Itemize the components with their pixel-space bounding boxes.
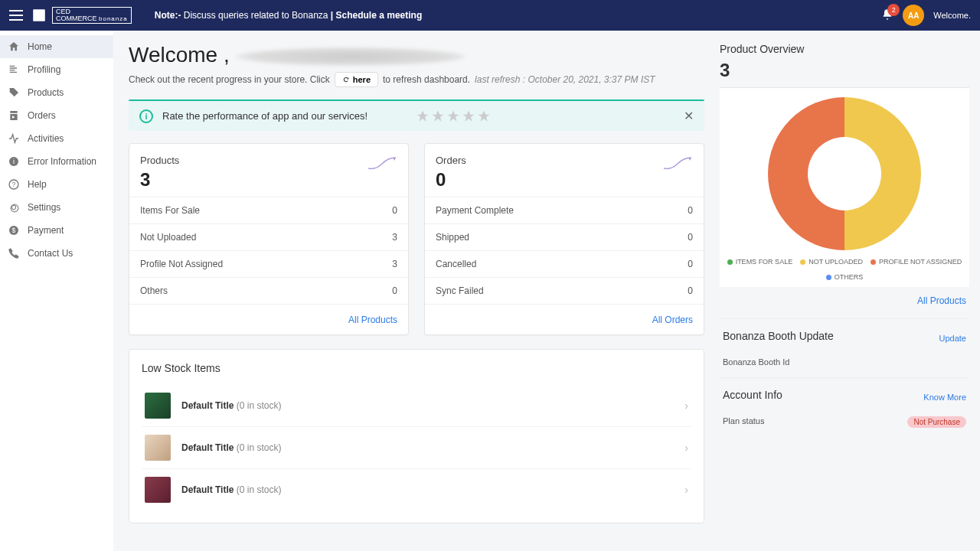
star-icon[interactable] [431, 109, 445, 123]
rating-stars[interactable] [416, 109, 491, 123]
product-thumb [145, 393, 171, 419]
chevron-right-icon: › [684, 442, 688, 454]
sparkline-icon [367, 155, 397, 171]
list-item[interactable]: Default Title (0 in stock)› [142, 385, 691, 427]
sidebar-item-contact[interactable]: Contact Us [0, 242, 113, 265]
sidebar-item-error[interactable]: iError Information [0, 150, 113, 173]
sidebar-item-products[interactable]: Products [0, 81, 113, 104]
close-icon[interactable]: ✕ [684, 109, 694, 123]
status-badge: Not Purchase [907, 416, 966, 428]
tag-icon [8, 86, 20, 99]
phone-icon [8, 247, 20, 259]
svg-text:i: i [13, 158, 15, 165]
dollar-icon: $ [8, 224, 20, 236]
page-title: Welcome , [129, 43, 704, 67]
info-icon: i [8, 155, 20, 168]
stat-row: Profile Not Assigned3 [129, 250, 408, 277]
plan-status-row: Plan statusNot Purchase [723, 413, 966, 431]
overview-count: 3 [720, 60, 969, 81]
notification-badge: 2 [887, 4, 900, 16]
know-more-link[interactable]: Know More [923, 393, 966, 402]
booth-id-row: Bonanza Booth Id [723, 354, 966, 370]
booth-section: Bonanza Booth UpdateUpdate Bonanza Booth… [720, 318, 969, 377]
stat-row: Payment Complete0 [425, 197, 704, 223]
sidebar-item-orders[interactable]: Orders [0, 104, 113, 127]
refresh-icon [342, 76, 350, 83]
home-icon [8, 41, 20, 53]
sidebar-item-settings[interactable]: Settings [0, 196, 113, 219]
stat-row: Shipped0 [425, 223, 704, 250]
donut-chart [768, 97, 921, 250]
logo-diamond-icon [27, 3, 51, 27]
all-orders-link[interactable]: All Orders [652, 315, 693, 325]
orders-icon [8, 109, 20, 122]
sidebar-item-home[interactable]: Home [0, 35, 113, 58]
products-title: Products [140, 155, 179, 166]
low-stock-card: Low Stock Items Default Title (0 in stoc… [129, 349, 704, 523]
help-icon: ? [8, 178, 20, 191]
stat-row: Not Uploaded3 [129, 223, 408, 250]
info-circle-icon: i [139, 109, 153, 123]
products-card: Products3 Items For Sale0 Not Uploaded3 … [129, 143, 409, 335]
star-icon[interactable] [446, 109, 460, 123]
refresh-here-button[interactable]: here [335, 72, 378, 87]
list-item[interactable]: Default Title (0 in stock)› [142, 469, 691, 510]
sidebar: Home Profiling Products Orders Activitie… [0, 31, 113, 551]
sidebar-item-payment[interactable]: $Payment [0, 219, 113, 242]
overview-title: Product Overview [720, 43, 969, 55]
account-title: Account Info [723, 389, 782, 401]
overview-chart: ITEMS FOR SALE NOT UPLOADED PROFILE NOT … [720, 87, 969, 287]
last-refresh: last refresh : October 20, 2021, 3:37 PM… [475, 74, 655, 85]
page-subtitle: Check out the recent progress in your st… [129, 72, 704, 87]
orders-card: Orders0 Payment Complete0 Shipped0 Cance… [424, 143, 704, 335]
user-welcome: Welcome. [933, 11, 971, 20]
avatar[interactable]: AA [903, 5, 924, 26]
logo[interactable]: CED COMMERCE bonanza [31, 7, 132, 24]
stat-row: Sync Failed0 [425, 277, 704, 304]
rate-banner: i Rate the performance of app and our se… [129, 99, 704, 131]
booth-update-link[interactable]: Update [939, 334, 966, 343]
sidebar-item-help[interactable]: ?Help [0, 173, 113, 196]
svg-text:?: ? [12, 181, 16, 188]
sidebar-item-profiling[interactable]: Profiling [0, 58, 113, 81]
sidebar-item-activities[interactable]: Activities [0, 127, 113, 150]
logo-text: CED COMMERCE bonanza [52, 7, 132, 24]
product-thumb [145, 477, 171, 503]
chevron-right-icon: › [684, 399, 688, 412]
activity-icon [8, 132, 20, 145]
gear-icon [8, 201, 20, 214]
account-section: Account InfoKnow More Plan statusNot Pur… [720, 377, 969, 439]
booth-title: Bonanza Booth Update [723, 330, 834, 342]
sparkline-icon [662, 155, 693, 171]
notification-bell[interactable]: 2 [881, 8, 893, 23]
stat-row: Cancelled0 [425, 250, 704, 277]
all-products-link[interactable]: All Products [348, 315, 397, 325]
star-icon[interactable] [462, 109, 475, 123]
product-thumb [145, 435, 171, 461]
schedule-meeting-link[interactable]: | Schedule a meeting [331, 10, 422, 21]
top-bar: CED COMMERCE bonanza Note:- Discuss quer… [0, 0, 980, 31]
header-note: Note:- Discuss queries related to Bonanz… [155, 10, 882, 21]
rate-text: Rate the performance of app and our serv… [162, 110, 368, 122]
orders-count: 0 [436, 169, 466, 191]
stat-row: Items For Sale0 [129, 197, 408, 223]
redacted-name [236, 47, 466, 66]
menu-icon[interactable] [9, 10, 23, 21]
orders-title: Orders [436, 155, 466, 166]
svg-text:$: $ [12, 227, 16, 234]
list-item[interactable]: Default Title (0 in stock)› [142, 427, 691, 469]
star-icon[interactable] [477, 109, 491, 123]
overview-all-products-link[interactable]: All Products [917, 295, 966, 306]
star-icon[interactable] [416, 109, 430, 123]
stat-row: Others0 [129, 277, 408, 304]
profiling-icon [8, 64, 20, 76]
chevron-right-icon: › [684, 484, 688, 496]
products-count: 3 [140, 169, 179, 191]
low-stock-title: Low Stock Items [142, 362, 691, 374]
chart-legend: ITEMS FOR SALE NOT UPLOADED PROFILE NOT … [720, 258, 969, 281]
